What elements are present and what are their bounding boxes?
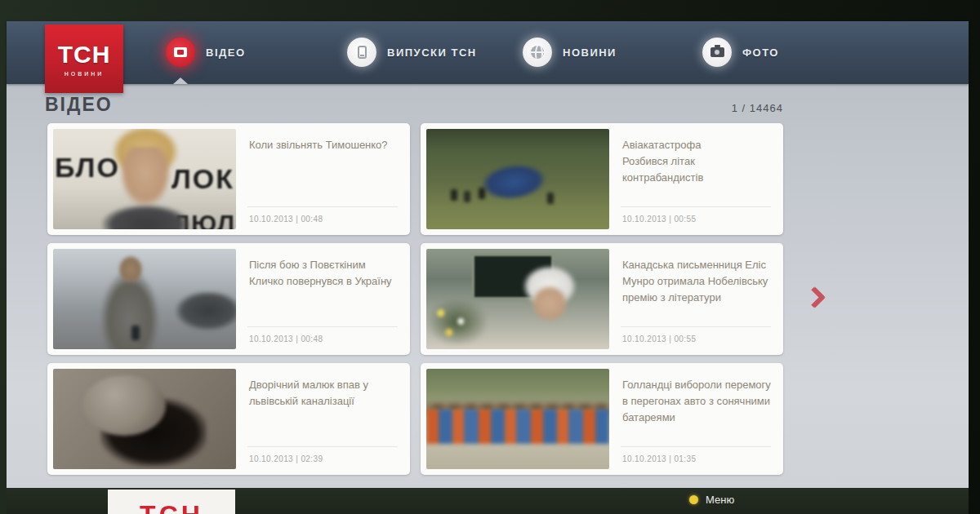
thumb-shape (82, 375, 166, 436)
menu-button-hint[interactable]: Меню (689, 494, 734, 506)
tsn-logo-subtext: НОВИНИ (65, 71, 105, 77)
tab-releases[interactable]: ВИПУСКИ ТСН (347, 37, 477, 68)
card-body: Канадська письменниця Еліс Мунро отримал… (609, 249, 777, 349)
video-title: Голландці вибороли перемогу в перегонах … (622, 377, 773, 426)
photo-icon (702, 38, 732, 67)
page-title: ВІДЕО (45, 94, 113, 116)
thumb-shape (120, 147, 171, 207)
next-page-chevron-icon[interactable] (804, 286, 826, 308)
video-card-tymoshenko[interactable]: БЛО ЛОК ОЛЮЛ Коли звільнять Тимошенко? 1… (47, 123, 410, 235)
top-navbar: ТСН НОВИНИ ВІДЕО ВИПУСКИ ТСН НОВИНИ ФОТО (7, 21, 969, 84)
video-title: Коли звільнять Тимошенко? (249, 137, 399, 153)
tab-news[interactable]: НОВИНИ (523, 37, 617, 68)
tab-video-label: ВІДЕО (206, 47, 246, 59)
video-title: Після бою з Повєткіним Кличко повернувся… (249, 257, 399, 290)
video-thumbnail (426, 369, 609, 469)
thumb-shape (451, 189, 457, 201)
bottom-bar: ТСН Меню (7, 488, 969, 514)
video-card-manhole[interactable]: Дворічний малюк впав у львівській каналі… (47, 363, 410, 475)
video-card-plane-crash[interactable]: Авіакатастрофа Розбився літак контрабанд… (421, 123, 783, 235)
menu-hint-label: Меню (706, 494, 734, 506)
video-thumbnail (53, 369, 236, 469)
video-card-klitschko[interactable]: Після бою з Повєткіним Кличко повернувся… (47, 243, 410, 355)
card-body: Коли звільнять Тимошенко? 10.10.2013 | 0… (236, 129, 404, 229)
video-date: 10.10.2013 | 02:39 (249, 454, 323, 463)
card-body: Голландці вибороли перемогу в перегонах … (609, 369, 777, 469)
pagination-counter: 1 / 14464 (732, 102, 783, 114)
tab-photo[interactable]: ФОТО (702, 37, 779, 68)
video-date: 10.10.2013 | 00:48 (249, 215, 323, 224)
card-body: Дворічний малюк впав у львівській каналі… (236, 369, 404, 469)
thumbnail-banner-text: ЛОК (172, 163, 234, 195)
video-thumbnail (426, 129, 609, 229)
video-title: Дворічний малюк впав у львівській каналі… (249, 377, 399, 410)
thumb-shape (480, 161, 548, 202)
tsn-logo: ТСН НОВИНИ (45, 24, 123, 93)
card-body: Авіакатастрофа Розбився літак контрабанд… (609, 129, 777, 229)
video-thumbnail (426, 249, 609, 349)
thumb-shape (118, 255, 143, 283)
thumb-shape (428, 299, 487, 345)
thumb-shape (102, 205, 190, 229)
thumb-shape (426, 410, 609, 444)
releases-icon (347, 38, 376, 67)
thumb-shape (176, 291, 236, 330)
video-date: 10.10.2013 | 00:55 (622, 335, 696, 343)
channel-watermark: ТСН (108, 490, 235, 514)
tab-video[interactable]: ВІДЕО (166, 37, 246, 68)
active-tab-indicator (173, 78, 188, 84)
video-thumbnail: БЛО ЛОК ОЛЮЛ (53, 129, 236, 229)
tab-releases-label: ВИПУСКИ ТСН (387, 47, 477, 59)
content-area: ВІДЕО 1 / 14464 БЛО ЛОК ОЛЮЛ Коли звільн… (7, 84, 969, 488)
channel-watermark-text: ТСН (140, 500, 203, 514)
video-grid: БЛО ЛОК ОЛЮЛ Коли звільнять Тимошенко? 1… (47, 123, 783, 475)
video-date: 10.10.2013 | 00:55 (622, 215, 696, 224)
tsn-logo-text: ТСН (58, 41, 111, 69)
video-title: Авіакатастрофа Розбився літак контрабанд… (622, 137, 773, 186)
thumb-shape (531, 285, 568, 322)
video-icon (166, 38, 195, 67)
tab-news-label: НОВИНИ (563, 47, 617, 59)
video-date: 10.10.2013 | 01:35 (622, 454, 696, 463)
video-date: 10.10.2013 | 00:48 (249, 335, 323, 343)
card-body: Після бою з Повєткіним Кличко повернувся… (236, 249, 404, 349)
yellow-button-icon (689, 495, 698, 504)
thumb-shape (131, 326, 140, 340)
tab-photo-label: ФОТО (742, 47, 779, 59)
tv-app-screen: ТСН НОВИНИ ВІДЕО ВИПУСКИ ТСН НОВИНИ ФОТО… (7, 21, 969, 514)
video-thumbnail (53, 249, 236, 349)
news-icon (523, 38, 552, 67)
video-title: Канадська письменниця Еліс Мунро отримал… (622, 257, 773, 306)
thumbnail-banner-text: БЛО (55, 152, 120, 184)
video-card-munro[interactable]: Канадська письменниця Еліс Мунро отримал… (421, 243, 783, 355)
video-card-solar-race[interactable]: Голландці вибороли перемогу в перегонах … (421, 363, 783, 475)
